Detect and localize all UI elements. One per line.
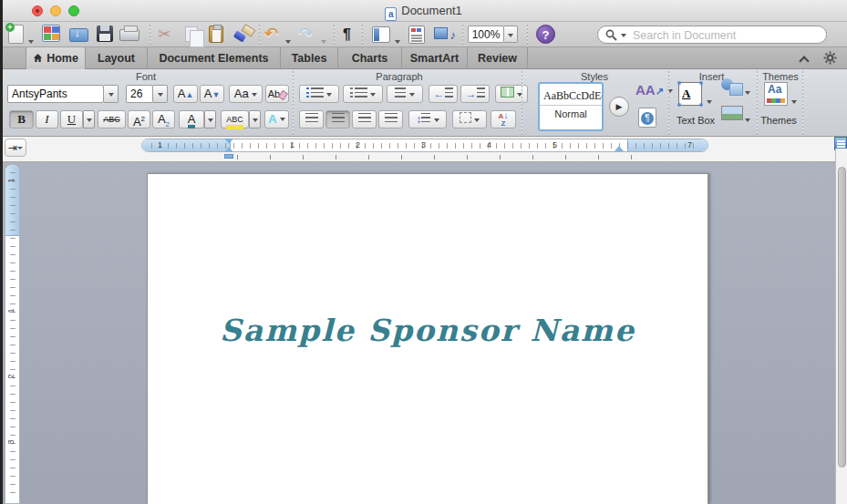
right-indent-marker[interactable] — [615, 146, 624, 151]
align-center-icon — [332, 113, 345, 123]
decrease-indent-button[interactable]: ← — [429, 85, 458, 103]
font-color-button[interactable]: A — [179, 110, 204, 129]
tab-charts[interactable]: Charts — [338, 47, 402, 69]
plus-icon: + — [5, 23, 15, 32]
numbering-button[interactable] — [343, 85, 383, 103]
justify-button[interactable] — [378, 110, 403, 129]
bold-button[interactable]: B — [9, 110, 34, 129]
highlight-button[interactable]: ABC — [221, 110, 249, 129]
picture-button[interactable] — [721, 106, 743, 120]
left-indent-marker[interactable] — [224, 154, 233, 159]
font-size-caret[interactable] — [153, 85, 168, 103]
document-elements-button[interactable] — [408, 25, 425, 45]
themes-caret[interactable] — [791, 93, 797, 109]
indent-left-icon: ← — [434, 87, 445, 100]
hanging-indent-marker[interactable] — [224, 147, 233, 152]
change-case-button[interactable]: Aa — [229, 85, 263, 103]
borders-button[interactable] — [452, 110, 487, 129]
font-size-combo[interactable]: 26 — [126, 85, 153, 103]
increase-indent-button[interactable]: → — [460, 85, 490, 103]
format-painter-button[interactable] — [233, 25, 253, 45]
tab-home[interactable]: Home — [26, 47, 86, 69]
document-page[interactable]: Sample Sponsor Name — [147, 173, 708, 504]
highlight-caret[interactable] — [249, 110, 261, 129]
help-button[interactable]: ? — [536, 25, 555, 44]
tab-layout[interactable]: Layout — [86, 47, 148, 69]
styles-pane-button[interactable]: ¶ — [638, 108, 656, 128]
open-button[interactable] — [69, 25, 88, 45]
italic-button[interactable]: I — [36, 110, 58, 129]
first-line-indent-marker[interactable] — [224, 139, 233, 144]
styles-gallery-expand-button[interactable]: ▶ — [609, 97, 629, 117]
underline-button[interactable]: U — [60, 110, 83, 129]
style-normal-swatch[interactable]: AaBbCcDdEe Normal — [538, 82, 604, 131]
font-color-caret[interactable] — [204, 110, 216, 129]
search-field[interactable]: Search in Document — [597, 26, 827, 44]
collapse-ribbon-button[interactable] — [801, 52, 808, 68]
toolbar-separator — [150, 25, 150, 45]
media-browser-button[interactable] — [434, 25, 456, 45]
manage-styles-button[interactable]: AA↗ — [635, 82, 673, 98]
show-formatting-button[interactable]: ¶ — [343, 25, 351, 45]
zoom-caret[interactable] — [504, 26, 518, 43]
tab-stop-selector[interactable]: ⇥ — [5, 139, 26, 157]
search-placeholder: Search in Document — [633, 29, 736, 42]
scissors-icon: ✂ — [158, 26, 170, 43]
clear-formatting-button[interactable]: Ab — [265, 85, 289, 103]
font-name-combo[interactable]: AntsyPants — [7, 85, 104, 103]
multilevel-list-button[interactable] — [387, 85, 423, 103]
tab-smartart[interactable]: SmartArt — [402, 47, 468, 69]
toolbar-separator — [362, 25, 363, 45]
desktop-edge — [0, 0, 3, 504]
shapes-caret[interactable] — [745, 84, 750, 100]
tab-document-elements[interactable]: Document Elements — [148, 47, 281, 69]
sort-button[interactable]: A↓Z — [491, 110, 516, 129]
shrink-font-button[interactable]: A▼ — [200, 85, 224, 103]
font-name-caret[interactable] — [104, 85, 119, 103]
align-left-button[interactable] — [299, 110, 324, 129]
save-button[interactable] — [97, 25, 113, 45]
tab-tables[interactable]: Tables — [281, 47, 338, 69]
style-name: Normal — [540, 105, 602, 119]
print-button[interactable] — [119, 25, 139, 45]
document-icon: a — [385, 7, 397, 21]
text-box-button[interactable]: A — [678, 82, 702, 106]
align-center-button[interactable] — [325, 110, 350, 129]
align-right-button[interactable] — [352, 110, 377, 129]
cut-button[interactable]: ✂ — [158, 25, 170, 45]
undo-icon: ↶ — [264, 25, 278, 43]
search-scope-caret[interactable] — [621, 34, 626, 37]
sidebar-view-button[interactable] — [372, 25, 390, 45]
undo-button[interactable]: ↶ — [264, 25, 278, 45]
subscript-button[interactable]: A2 — [152, 110, 175, 129]
themes-icon: Aa — [764, 82, 788, 106]
zoom-input[interactable]: 100% — [468, 26, 504, 43]
gallery-button[interactable] — [42, 25, 60, 45]
copy-button[interactable] — [185, 25, 198, 45]
columns-button[interactable] — [495, 85, 528, 103]
style-preview-text: AaBbCcDdEe — [540, 84, 602, 105]
pilcrow-pane-icon: ¶ — [641, 112, 654, 125]
tab-review[interactable]: Review — [468, 47, 528, 69]
vertical-ruler[interactable]: 1 1 2 3 — [5, 164, 20, 504]
scrollbar-thumb[interactable] — [838, 167, 846, 468]
text-box-caret[interactable] — [707, 93, 712, 109]
document-text[interactable]: Sample Sponsor Name — [148, 313, 708, 348]
new-document-button[interactable]: + — [8, 25, 24, 45]
bullets-button[interactable] — [299, 85, 339, 103]
picture-caret[interactable] — [745, 111, 750, 128]
shapes-button[interactable] — [721, 78, 743, 95]
vertical-scrollbar[interactable] — [835, 149, 847, 504]
underline-caret[interactable] — [83, 110, 95, 129]
text-effects-button[interactable]: A — [264, 110, 289, 129]
numbered-list-icon — [350, 87, 353, 98]
line-spacing-button[interactable]: ↕ — [408, 110, 447, 129]
redo-icon: ↷ — [299, 25, 313, 43]
bullet-list-icon — [306, 87, 309, 98]
grow-font-button[interactable]: A▲ — [173, 85, 198, 103]
superscript-button[interactable]: A2 — [128, 110, 150, 129]
redo-button[interactable]: ↷ — [299, 25, 313, 45]
paste-button[interactable] — [209, 25, 223, 45]
themes-button[interactable]: Aa — [764, 82, 788, 106]
strikethrough-button[interactable]: ABC — [98, 110, 126, 129]
